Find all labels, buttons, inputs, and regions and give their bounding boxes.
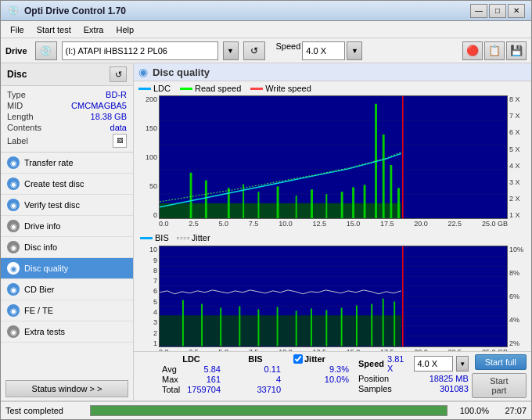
disc-quality-icon: ◉: [7, 262, 20, 275]
disc-refresh-button[interactable]: ↺: [110, 66, 127, 82]
stats-speed-selector[interactable]: 4.0 X: [414, 356, 453, 372]
position-value: 18825 MB: [430, 374, 469, 383]
stats-speed-arrow[interactable]: ▼: [456, 356, 468, 372]
ldc-stats: LDC Avg 5.84 Max 161 Total 1759704: [162, 354, 221, 394]
avg-ldc-value: 5.84: [204, 364, 221, 374]
legend-ldc: LDC: [138, 84, 171, 93]
svg-rect-12: [296, 196, 297, 218]
statusbar: Test completed 100.0% 27:07: [1, 400, 531, 419]
drive-eject-icon[interactable]: 💿: [35, 41, 57, 60]
start-full-button[interactable]: Start full: [475, 354, 527, 370]
avg-jitter-row: 9.3%: [290, 364, 349, 374]
ldc-chart-main: 0.0 2.5 5.0 7.5 10.0 12.5 15.0 17.5 20.0…: [159, 95, 508, 230]
nav-transfer-rate[interactable]: ◉ Transfer rate: [1, 153, 133, 174]
disc-header: Disc ↺: [1, 63, 133, 86]
position-row: Position 18825 MB: [358, 374, 469, 383]
disc-erase-button[interactable]: 🔴: [462, 41, 483, 60]
legend-jitter-color: [177, 237, 189, 239]
svg-rect-40: [311, 309, 312, 346]
drive-selector[interactable]: (I:) ATAPI iHBS112 2 PL06: [62, 41, 218, 60]
window-title: Opti Drive Control 1.70: [24, 5, 470, 16]
nav-cd-bier-label: CD Bier: [24, 285, 55, 294]
ldc-chart: [159, 95, 508, 219]
titlebar-controls: — □ ✕: [470, 4, 525, 18]
disc-length-row: Length 18.38 GB: [7, 111, 127, 122]
nav-create-test-disc[interactable]: ◉ Create test disc: [1, 174, 133, 195]
drive-refresh-button[interactable]: ↺: [243, 41, 265, 60]
svg-rect-10: [257, 192, 259, 218]
nav-drive-info[interactable]: ◉ Drive info: [1, 216, 133, 237]
stats-bar: LDC Avg 5.84 Max 161 Total 1759704: [134, 351, 531, 400]
main-content: Disc ↺ Type BD-R MID CMCMAGBA5 Length 18…: [1, 63, 531, 400]
svg-rect-44: [371, 304, 372, 346]
bis-stats: BIS 0.11 4 33710: [230, 354, 281, 394]
disc-contents-label: Contents: [7, 123, 41, 132]
nav-fe-te[interactable]: ◉ FE / TE: [1, 300, 133, 321]
stats-speed-value: 4.0 X: [417, 359, 437, 368]
toolbar-icons: 🔴 📋 💾: [462, 41, 527, 60]
total-ldc-row: Total 1759704: [162, 385, 221, 394]
svg-rect-13: [311, 189, 313, 218]
status-window-button[interactable]: Status window > >: [5, 380, 128, 397]
menu-extra[interactable]: Extra: [77, 23, 110, 36]
legend-jitter: Jitter: [177, 233, 210, 242]
start-part-button[interactable]: Start part: [472, 373, 527, 398]
nav-cd-bier[interactable]: ◉ CD Bier: [1, 279, 133, 300]
svg-rect-19: [383, 135, 385, 219]
menu-file[interactable]: File: [4, 23, 31, 36]
chart-title: Disc quality: [153, 66, 210, 78]
status-text: Test completed: [5, 406, 84, 415]
ldc-chart-svg: [160, 96, 507, 218]
disc-type-value: BD-R: [106, 90, 127, 99]
disc-contents-row: Contents data: [7, 122, 127, 133]
nav-disc-quality-label: Disc quality: [24, 264, 68, 273]
max-jitter-value: 10.0%: [325, 375, 349, 384]
disc-type-label: Type: [7, 90, 26, 99]
menu-start-test[interactable]: Start test: [31, 23, 77, 36]
menubar: File Start test Extra Help: [1, 21, 531, 38]
nav-extra-tests[interactable]: ◉ Extra tests: [1, 321, 133, 343]
nav-verify-test-disc[interactable]: ◉ Verify test disc: [1, 195, 133, 216]
total-label: Total: [162, 385, 180, 394]
nav-disc-quality[interactable]: ◉ Disc quality: [1, 258, 133, 279]
nav-disc-info[interactable]: ◉ Disc info: [1, 237, 133, 258]
disc-mid-label: MID: [7, 101, 23, 110]
jitter-checkbox[interactable]: [293, 354, 303, 364]
create-test-disc-icon: ◉: [7, 178, 20, 190]
svg-rect-37: [257, 310, 259, 346]
legend-jitter-label: Jitter: [192, 233, 210, 242]
legend-write-label: Write speed: [265, 84, 311, 93]
avg-ldc-row: Avg 5.84: [162, 364, 221, 374]
drive-dropdown-arrow[interactable]: ▼: [223, 41, 239, 60]
svg-rect-17: [364, 185, 366, 218]
progress-bar-fill: [91, 406, 447, 415]
disc-label-image[interactable]: 🖼: [113, 134, 127, 148]
legend-ldc-color: [138, 88, 151, 90]
minimize-button[interactable]: —: [470, 4, 487, 18]
svg-rect-45: [383, 299, 384, 346]
right-panel: ◉ Disc quality LDC Read speed Write spee…: [134, 63, 531, 400]
close-button[interactable]: ✕: [508, 4, 525, 18]
bis-header: BIS: [230, 354, 281, 364]
speed-selector[interactable]: 4.0 X: [302, 41, 345, 60]
nav-extra-tests-label: Extra tests: [24, 327, 65, 336]
svg-rect-11: [277, 186, 279, 218]
bis-chart-container: 10 9 8 7 6 5 4 3 2 1: [135, 246, 530, 351]
save-button[interactable]: 💾: [506, 41, 527, 60]
max-bis-value: 4: [276, 375, 281, 384]
legend-write-color: [250, 88, 263, 90]
svg-rect-20: [390, 165, 392, 218]
disc-mid-row: MID CMCMAGBA5: [7, 100, 127, 111]
speed-dropdown-arrow[interactable]: ▼: [347, 41, 362, 60]
max-bis-row: 4: [230, 375, 281, 384]
ldc-header: LDC: [162, 354, 221, 364]
disc-length-value: 18.38 GB: [91, 112, 127, 121]
drive-label: Drive: [5, 46, 27, 56]
disc-copy-button[interactable]: 📋: [484, 41, 505, 60]
svg-rect-35: [220, 308, 221, 346]
app-icon: 💿: [7, 5, 20, 17]
menu-help[interactable]: Help: [110, 23, 140, 36]
maximize-button[interactable]: □: [489, 4, 506, 18]
jitter-stats: Jitter 9.3% 10.0%: [290, 354, 349, 384]
speed-position-stats: Speed 3.81 X 4.0 X ▼ Position 18825 MB S…: [358, 354, 469, 393]
